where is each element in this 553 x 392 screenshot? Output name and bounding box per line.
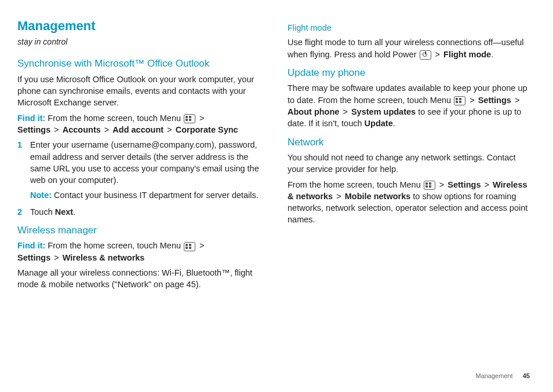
power-icon xyxy=(420,50,431,60)
sync-intro: If you use Microsoft Office Outlook on y… xyxy=(17,74,260,109)
path-add-account: Add account xyxy=(112,125,163,134)
wireless-heading: Wireless manager xyxy=(17,225,260,236)
footer-section: Management xyxy=(475,372,512,379)
path-settings: Settings xyxy=(448,180,481,189)
findit-pre: From the home screen, touch Menu xyxy=(45,113,183,123)
note-body: Contact your business IT department for … xyxy=(52,190,259,200)
path-accounts: Accounts xyxy=(63,125,101,134)
flight-mode-label: Flight mode xyxy=(443,50,491,59)
path-corporate-sync: Corporate Sync xyxy=(176,125,238,134)
right-column: Flight mode Use flight mode to turn all … xyxy=(288,17,530,294)
sync-steps: Enter your username (username@company.co… xyxy=(17,139,260,218)
gt: > xyxy=(197,113,205,123)
network-pre: From the home screen, touch Menu xyxy=(288,180,423,189)
menu-icon xyxy=(454,96,465,105)
path-about-phone: About phone xyxy=(288,107,339,116)
wireless-body: Manage all your wireless connections: Wi… xyxy=(17,267,260,291)
menu-icon xyxy=(184,114,195,123)
path-settings: Settings xyxy=(478,96,511,105)
path-mobile-networks: Mobile networks xyxy=(345,192,411,201)
path-wireless-networks: Wireless & networks xyxy=(63,253,145,262)
page-title: Management xyxy=(17,17,260,35)
step-1: Enter your username (username@company.co… xyxy=(17,139,260,201)
path-system-updates: System updates xyxy=(351,107,416,116)
path-update: Update xyxy=(365,119,393,128)
step-2-pre: Touch xyxy=(30,207,55,217)
update-heading: Update my phone xyxy=(288,67,530,79)
step-2: Touch Next. xyxy=(17,206,260,218)
network-body-1: You should not need to change any networ… xyxy=(288,152,530,175)
step-1-note: Note: Contact your business IT departmen… xyxy=(30,189,260,201)
note-label: Note: xyxy=(30,190,52,200)
footer-page-number: 45 xyxy=(523,372,530,379)
sync-heading: Synchronise with Microsoft™ Office Outlo… xyxy=(17,58,260,69)
menu-icon xyxy=(424,181,435,190)
page-columns: Management stay in control Synchronise w… xyxy=(17,17,530,294)
page-footer: Management 45 xyxy=(475,372,530,380)
left-column: Management stay in control Synchronise w… xyxy=(17,17,260,294)
step-2-post: . xyxy=(73,207,75,217)
network-heading: Network xyxy=(288,137,530,148)
page-tagline: stay in control xyxy=(17,36,260,48)
flight-mode-body: Use flight mode to turn all your wireles… xyxy=(288,36,530,60)
sync-findit: Find it: From the home screen, touch Men… xyxy=(17,112,260,136)
findit-label: Find it: xyxy=(17,113,45,123)
step-2-action: Next xyxy=(55,207,73,217)
update-body: There may be software updates available … xyxy=(288,82,530,129)
flight-mode-heading: Flight mode xyxy=(288,23,530,33)
step-1-text: Enter your username (username@company.co… xyxy=(30,140,259,185)
path-settings: Settings xyxy=(17,125,50,134)
wireless-findit: Find it: From the home screen, touch Men… xyxy=(17,240,260,263)
menu-icon xyxy=(184,242,195,251)
network-body-2: From the home screen, touch Menu > Setti… xyxy=(288,179,530,226)
findit-label: Find it: xyxy=(17,241,45,250)
path-settings: Settings xyxy=(17,253,50,262)
findit-pre: From the home screen, touch Menu xyxy=(45,241,183,250)
